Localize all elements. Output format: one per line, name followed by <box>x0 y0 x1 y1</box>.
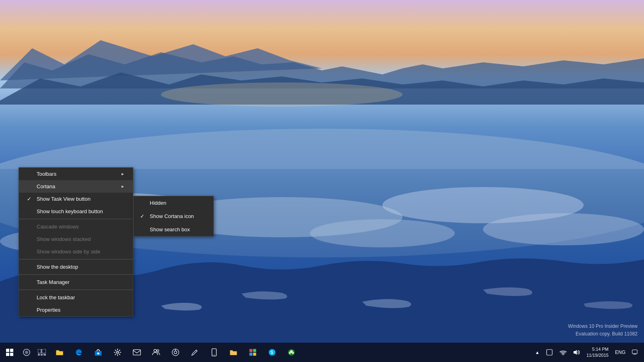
menu-item-side-by-side: Show windows side by side <box>19 245 133 258</box>
check-side-by-side <box>27 249 33 255</box>
svg-marker-2 <box>0 52 644 88</box>
menu-item-task-view[interactable]: ✓ Show Task View button <box>19 193 133 205</box>
menu-item-task-manager[interactable]: Task Manager <box>19 276 133 288</box>
phone-companion-icon <box>211 348 217 356</box>
menu-label-properties: Properties <box>37 307 60 313</box>
check-cortana <box>27 183 33 189</box>
people-button[interactable] <box>147 343 166 362</box>
menu-item-cortana[interactable]: Cortana ► Hidden ✓ Show Cortana icon Sho… <box>19 180 133 193</box>
menu-item-cascade: Cascade windows <box>19 220 133 233</box>
file-explorer-icon <box>56 348 64 356</box>
files-button[interactable] <box>224 343 243 362</box>
action-center-icon <box>632 349 638 356</box>
xbox-icon <box>287 348 295 356</box>
svg-point-28 <box>174 351 177 354</box>
notification-area: ▲ <box>533 343 582 362</box>
pen-icon <box>191 348 199 356</box>
check-properties <box>27 307 33 313</box>
taskbar-right: ▲ <box>533 343 644 362</box>
svg-line-30 <box>196 350 197 351</box>
language-indicator[interactable]: ENG <box>613 350 628 355</box>
menu-label-show-desktop: Show the desktop <box>37 264 78 270</box>
people-icon <box>152 348 160 356</box>
submenu-label-cortana-icon: Show Cortana icon <box>150 213 194 219</box>
clock[interactable]: 5:14 PM 11/19/2015 <box>583 346 612 359</box>
menu-label-lock-taskbar: Lock the taskbar <box>37 294 75 300</box>
submenu-item-search-box[interactable]: Show search box <box>134 223 213 236</box>
svg-rect-22 <box>97 353 99 354</box>
svg-marker-42 <box>574 350 577 355</box>
files-icon <box>229 349 237 356</box>
svg-marker-1 <box>0 40 322 80</box>
separator-3 <box>19 274 133 275</box>
menu-label-side-by-side: Show windows side by side <box>37 249 100 255</box>
office-button[interactable] <box>243 343 262 362</box>
svg-rect-18 <box>41 354 43 356</box>
check-hidden <box>140 200 147 206</box>
svg-rect-24 <box>133 350 140 355</box>
check-stacked <box>27 236 33 242</box>
svg-point-25 <box>154 350 157 352</box>
menu-item-show-desktop[interactable]: Show the desktop <box>19 261 133 273</box>
mail-button[interactable] <box>127 343 147 362</box>
skype-button[interactable]: S <box>262 343 282 362</box>
menu-label-toolbars: Toolbars <box>37 171 56 177</box>
context-menu: Toolbars ► Cortana ► Hidden ✓ Show Corta… <box>19 167 133 317</box>
store-icon <box>94 348 102 356</box>
cortana-icon <box>23 348 31 356</box>
start-icon <box>6 349 13 356</box>
check-cascade <box>27 224 33 230</box>
check-task-manager <box>27 279 33 285</box>
svg-rect-19 <box>43 354 46 356</box>
svg-point-41 <box>563 354 564 355</box>
arrow-toolbars: ► <box>121 172 125 176</box>
skype-icon: S <box>268 348 276 356</box>
check-lock-taskbar <box>27 294 33 300</box>
cortana-search-button[interactable] <box>19 343 34 362</box>
store-button[interactable] <box>89 343 108 362</box>
menu-item-touch-keyboard[interactable]: Show touch keyboard button <box>19 205 133 218</box>
phone-companion-button[interactable] <box>204 343 224 362</box>
start-button[interactable] <box>0 343 19 362</box>
menu-label-stacked: Show windows stacked <box>37 236 91 242</box>
svg-point-12 <box>161 82 402 107</box>
clock-date: 11/19/2015 <box>586 352 609 358</box>
task-view-button[interactable] <box>34 343 50 362</box>
menu-item-toolbars[interactable]: Toolbars ► <box>19 168 133 180</box>
edge-button[interactable] <box>69 343 89 362</box>
svg-marker-3 <box>0 72 644 105</box>
svg-point-32 <box>214 354 215 355</box>
network-icon[interactable] <box>557 343 569 362</box>
svg-rect-15 <box>38 349 41 353</box>
wifi-icon <box>559 350 567 355</box>
show-hidden-icons-button[interactable]: ▲ <box>533 343 541 362</box>
svg-point-9 <box>310 219 455 247</box>
menu-label-cascade: Cascade windows <box>37 224 79 230</box>
edge-icon <box>75 348 83 356</box>
groove-music-icon <box>171 348 180 356</box>
submenu-label-hidden: Hidden <box>150 200 166 206</box>
mail-icon <box>133 349 141 356</box>
menu-item-stacked: Show windows stacked <box>19 233 133 245</box>
check-toolbars <box>27 171 33 177</box>
settings-button[interactable] <box>108 343 127 362</box>
volume-icon-svg <box>573 349 580 356</box>
separator-2 <box>19 259 133 259</box>
volume-icon[interactable] <box>571 343 582 362</box>
xbox-button[interactable] <box>282 343 301 362</box>
submenu-item-cortana-icon[interactable]: ✓ Show Cortana icon <box>134 210 213 223</box>
check-search-box <box>140 226 147 232</box>
menu-item-lock-taskbar[interactable]: Lock the taskbar <box>19 291 133 304</box>
submenu-item-hidden[interactable]: Hidden <box>134 196 213 210</box>
groove-music-button[interactable] <box>166 343 185 362</box>
check-show-desktop <box>27 264 33 270</box>
menu-item-properties[interactable]: Properties <box>19 304 133 316</box>
pen-button[interactable] <box>185 343 204 362</box>
action-center-button[interactable] <box>629 343 641 362</box>
svg-point-26 <box>157 350 159 352</box>
lang-text: ENG <box>615 350 625 355</box>
svg-point-11 <box>483 213 644 245</box>
tablet-mode-icon[interactable] <box>544 343 555 362</box>
cortana-submenu: Hidden ✓ Show Cortana icon Show search b… <box>133 196 214 237</box>
file-explorer-button[interactable] <box>50 343 69 362</box>
